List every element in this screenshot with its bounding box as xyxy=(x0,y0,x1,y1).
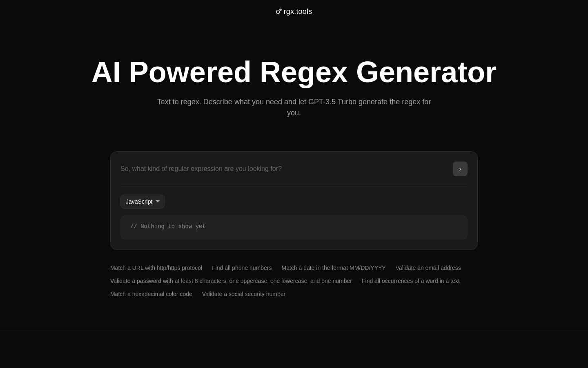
card-divider xyxy=(120,186,468,186)
code-output: // Nothing to show yet xyxy=(120,215,468,240)
hero-section: AI Powered Regex Generator Text to regex… xyxy=(0,23,588,135)
submit-button[interactable]: › xyxy=(453,162,468,176)
example-chip-row1-1[interactable]: Find all phone numbers xyxy=(212,265,272,271)
bottom-divider xyxy=(0,330,588,330)
example-chip-row1-0[interactable]: Match a URL with http/https protocol xyxy=(110,265,202,271)
page-title: AI Powered Regex Generator xyxy=(91,56,497,88)
example-chip-row2-1[interactable]: Find all occurrences of a word in a text xyxy=(362,278,460,284)
logo-icon: o* xyxy=(276,7,281,16)
examples-row-2: Validate a password with at least 8 char… xyxy=(110,278,478,284)
example-chip-row3-0[interactable]: Match a hexadecimal color code xyxy=(110,291,192,297)
navbar: o* rgx.tools xyxy=(0,0,588,23)
example-chip-row2-0[interactable]: Validate a password with at least 8 char… xyxy=(110,278,352,284)
regex-description-input[interactable] xyxy=(120,162,448,176)
examples-row-1: Match a URL with http/https protocolFind… xyxy=(110,265,478,271)
language-selector[interactable]: JavaScript Python Ruby PHP Java Go xyxy=(120,195,165,209)
logo-text: rgx.tools xyxy=(284,7,312,16)
example-chip-row1-2[interactable]: Match a date in the format MM/DD/YYYY xyxy=(281,265,385,271)
input-row: › xyxy=(120,162,468,176)
main-card: › JavaScript Python Ruby PHP Java Go // … xyxy=(110,151,478,250)
hero-subtitle: Text to regex. Describe what you need an… xyxy=(151,96,437,119)
example-chip-row1-3[interactable]: Validate an email address xyxy=(396,265,461,271)
examples-section: Match a URL with http/https protocolFind… xyxy=(110,265,478,297)
examples-row-3: Match a hexadecimal color codeValidate a… xyxy=(110,291,478,297)
example-chip-row3-1[interactable]: Validate a social security number xyxy=(202,291,285,297)
chevron-right-icon: › xyxy=(459,166,461,172)
logo: o* rgx.tools xyxy=(276,7,312,16)
